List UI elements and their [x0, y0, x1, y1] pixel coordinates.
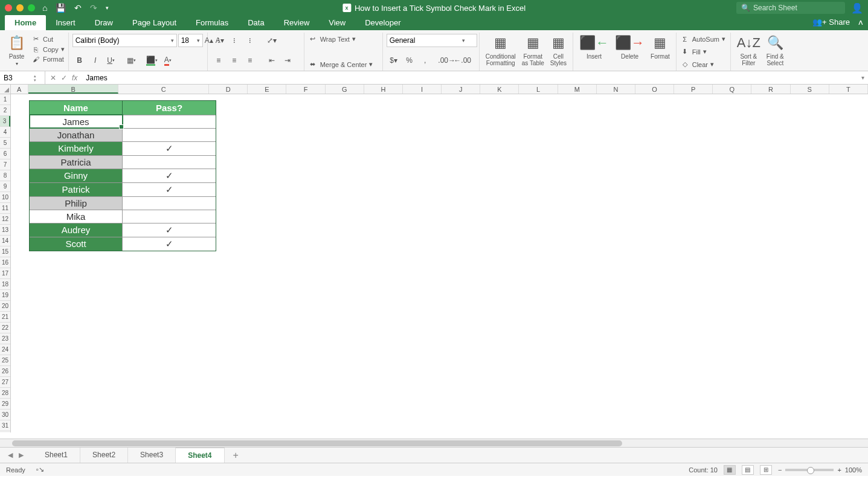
row-header-25[interactable]: 25: [0, 355, 10, 366]
cell-name[interactable]: James: [30, 115, 123, 128]
table-row[interactable]: Audrey✓: [30, 223, 216, 237]
col-header-M[interactable]: M: [558, 85, 597, 94]
underline-button[interactable]: U▾: [104, 54, 118, 67]
cell-pass[interactable]: ✓: [123, 223, 216, 237]
row-header-26[interactable]: 26: [0, 366, 10, 377]
format-cells-button[interactable]: ▦Format: [648, 34, 672, 60]
close-window[interactable]: [5, 4, 12, 11]
cell-name[interactable]: Patrick: [30, 183, 123, 196]
redo-icon[interactable]: ↷: [90, 3, 97, 13]
col-header-I[interactable]: I: [403, 85, 442, 94]
row-header-29[interactable]: 29: [0, 399, 10, 410]
cell-pass[interactable]: [123, 156, 216, 169]
row-header-14[interactable]: 14: [0, 236, 10, 246]
cell-pass[interactable]: ✓: [123, 169, 216, 182]
search-sheet-box[interactable]: 🔍 Search Sheet: [736, 2, 845, 14]
cell-styles-button[interactable]: ▦Cell Styles: [548, 34, 569, 66]
tab-formulas[interactable]: Formulas: [186, 15, 238, 30]
col-header-T[interactable]: T: [829, 85, 868, 94]
select-all-corner[interactable]: [0, 85, 11, 94]
minimize-window[interactable]: [16, 4, 24, 11]
row-header-21[interactable]: 21: [0, 312, 10, 323]
cell-pass[interactable]: ✓: [123, 142, 216, 155]
collapse-ribbon-icon[interactable]: ʌ: [858, 18, 863, 27]
currency-icon[interactable]: $▾: [387, 54, 401, 67]
table-row[interactable]: James: [30, 115, 216, 128]
row-header-4[interactable]: 4: [0, 127, 10, 138]
tab-developer[interactable]: Developer: [355, 15, 410, 30]
font-name-combo[interactable]: ▾: [72, 34, 177, 47]
zoom-in-icon[interactable]: +: [837, 466, 841, 474]
row-header-7[interactable]: 7: [0, 159, 10, 170]
row-header-10[interactable]: 10: [0, 192, 10, 203]
home-icon[interactable]: ⌂: [42, 3, 47, 13]
row-header-24[interactable]: 24: [0, 344, 10, 355]
save-icon[interactable]: 💾: [56, 3, 66, 13]
undo-icon[interactable]: ↶: [74, 3, 82, 13]
row-header-20[interactable]: 20: [0, 301, 10, 312]
row-header-23[interactable]: 23: [0, 333, 10, 344]
col-header-B[interactable]: B: [28, 85, 119, 94]
maximize-window[interactable]: [28, 4, 35, 11]
fill-color-button[interactable]: ⬛▾: [145, 54, 159, 67]
table-row[interactable]: Jonathan: [30, 128, 216, 141]
table-row[interactable]: Scott✓: [30, 237, 216, 251]
row-header-9[interactable]: 9: [0, 181, 10, 192]
row-header-28[interactable]: 28: [0, 388, 10, 399]
account-icon[interactable]: 👤: [851, 2, 863, 14]
cell-name[interactable]: Audrey: [30, 223, 123, 237]
insert-cells-button[interactable]: ⬛←Insert: [577, 34, 611, 60]
row-header-13[interactable]: 13: [0, 225, 10, 236]
format-painter-button[interactable]: 🖌Format: [31, 54, 65, 64]
autosum-button[interactable]: ΣAutoSum ▾: [680, 34, 727, 44]
col-header-O[interactable]: O: [635, 85, 674, 94]
next-sheet-icon[interactable]: ▶: [16, 451, 27, 459]
cell-name[interactable]: Mika: [30, 210, 123, 223]
cell-name[interactable]: Kimberly: [30, 142, 123, 155]
table-row[interactable]: Kimberly✓: [30, 141, 216, 155]
percent-icon[interactable]: %: [402, 54, 417, 67]
col-header-C[interactable]: C: [118, 85, 209, 94]
col-header-P[interactable]: P: [674, 85, 713, 94]
cell-pass[interactable]: [123, 129, 216, 141]
qat-dropdown-icon[interactable]: ▾: [106, 5, 109, 11]
zoom-out-icon[interactable]: −: [778, 466, 782, 474]
cell-pass[interactable]: [123, 210, 216, 223]
share-button[interactable]: 👥+ Share: [812, 18, 850, 27]
row-header-27[interactable]: 27: [0, 377, 10, 388]
align-right-icon[interactable]: ≡: [243, 54, 257, 67]
fx-icon[interactable]: fx: [72, 74, 77, 82]
tab-review[interactable]: Review: [274, 15, 320, 30]
row-header-31[interactable]: 31: [0, 420, 10, 431]
col-header-E[interactable]: E: [248, 85, 286, 94]
tab-page-layout[interactable]: Page Layout: [123, 15, 186, 30]
row-header-30[interactable]: 30: [0, 410, 10, 420]
row-header-11[interactable]: 11: [0, 203, 10, 214]
expand-formula-icon[interactable]: ▾: [861, 74, 864, 81]
sheet-tab-sheet2[interactable]: Sheet2: [80, 448, 128, 463]
decrease-decimal-icon[interactable]: ←.00: [455, 54, 470, 67]
cut-button[interactable]: ✂Cut: [31, 34, 65, 44]
wrap-text-button[interactable]: ↩Wrap Text ▾: [308, 34, 379, 44]
row-header-17[interactable]: 17: [0, 268, 10, 279]
page-break-view-icon[interactable]: ⊞: [760, 465, 772, 475]
copy-button[interactable]: ⎘Copy ▾: [31, 44, 65, 54]
horizontal-scrollbar[interactable]: [0, 439, 868, 447]
borders-button[interactable]: ▦▾: [124, 54, 139, 67]
font-color-button[interactable]: A▾: [161, 54, 175, 67]
page-layout-view-icon[interactable]: ▤: [742, 465, 754, 475]
scroll-thumb[interactable]: [12, 440, 622, 446]
confirm-formula-icon[interactable]: ✓: [61, 74, 67, 82]
cell-pass[interactable]: ✓: [123, 183, 216, 196]
cell-name[interactable]: Scott: [30, 237, 123, 251]
comma-icon[interactable]: ,: [418, 54, 432, 67]
fill-button[interactable]: ⬇Fill ▾: [680, 47, 727, 57]
prev-sheet-icon[interactable]: ◀: [5, 451, 16, 459]
cells-area[interactable]: Name Pass? JamesJonathanKimberly✓Patrici…: [11, 94, 868, 432]
normal-view-icon[interactable]: ▦: [724, 465, 736, 475]
cell-pass[interactable]: ✓: [123, 237, 216, 251]
align-left-icon[interactable]: ≡: [211, 54, 226, 67]
add-sheet-button[interactable]: +: [225, 450, 247, 461]
sheet-tab-sheet4[interactable]: Sheet4: [176, 448, 224, 463]
col-header-A[interactable]: A: [11, 85, 28, 94]
